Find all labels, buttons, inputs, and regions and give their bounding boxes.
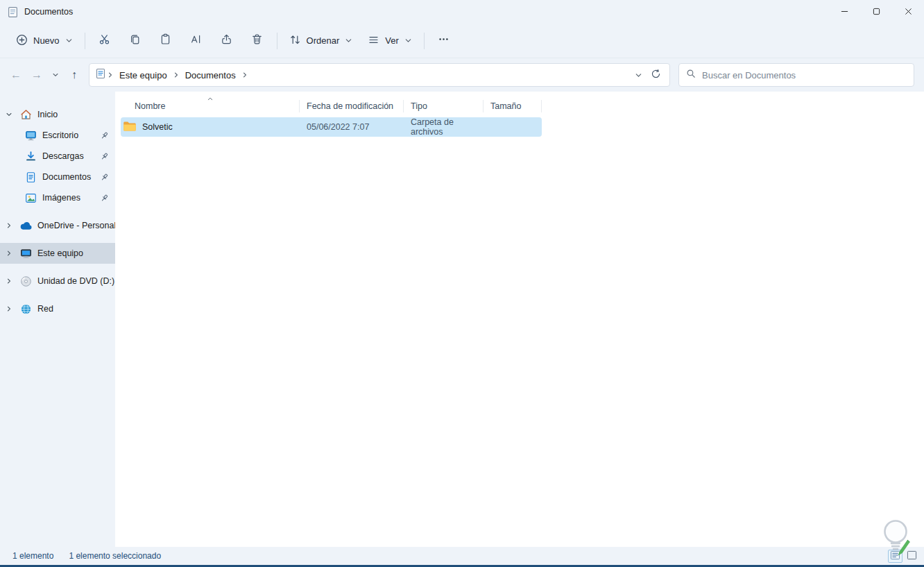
title-bar: Documentos [0, 0, 924, 24]
column-header-nombre[interactable]: Nombre [121, 96, 300, 117]
pin-icon [100, 131, 109, 140]
search-icon [686, 69, 696, 81]
close-icon [905, 6, 912, 18]
chevron-right-icon[interactable] [3, 222, 15, 229]
documents-icon [24, 171, 37, 183]
sidebar-item-onedrive[interactable]: OneDrive - Personal [0, 215, 115, 236]
details-view-icon [890, 550, 900, 562]
item-count: 1 elemento [12, 551, 53, 561]
rename-icon [190, 33, 202, 48]
column-headers: Nombre Fecha de modificación Tipo Tamaño [121, 96, 924, 117]
location-icon [95, 68, 106, 82]
file-list-area: Nombre Fecha de modificación Tipo Tamaño… [115, 92, 924, 547]
command-bar: Nuevo Ordenar Ver [0, 24, 924, 58]
rename-button[interactable] [181, 28, 212, 53]
chevron-right-icon[interactable] [3, 305, 15, 312]
large-icons-view-icon [907, 550, 917, 562]
details-view-button[interactable] [888, 550, 902, 563]
chevron-down-icon [52, 71, 59, 78]
column-header-tamano[interactable]: Tamaño [484, 96, 542, 117]
chevron-down-icon [404, 37, 412, 44]
column-header-label: Nombre [135, 101, 165, 111]
sort-button[interactable]: Ordenar [282, 28, 361, 53]
window-controls [828, 0, 924, 24]
cut-button[interactable] [89, 28, 120, 53]
large-icons-view-button[interactable] [905, 550, 919, 563]
new-button[interactable]: Nuevo [8, 28, 80, 53]
column-header-fecha[interactable]: Fecha de modificación [300, 96, 404, 117]
network-icon [19, 303, 33, 315]
sidebar-item-label: OneDrive - Personal [37, 221, 116, 230]
copy-icon [129, 33, 141, 48]
sidebar-item-inicio[interactable]: Inicio [0, 104, 115, 125]
toolbar-separator [424, 33, 425, 49]
pictures-icon [24, 192, 37, 204]
arrow-left-icon: ← [10, 69, 22, 81]
arrow-up-icon: ↑ [71, 69, 77, 81]
sidebar-item-label: Escritorio [42, 130, 78, 140]
paste-button[interactable] [151, 28, 181, 53]
sort-arrows-icon [289, 34, 301, 48]
column-header-label: Tamaño [490, 101, 521, 111]
refresh-button[interactable] [651, 69, 661, 82]
view-button[interactable]: Ver [360, 28, 420, 53]
plus-circle-icon [16, 34, 28, 48]
file-explorer-window: Documentos Nuevo [0, 0, 924, 567]
computer-icon [19, 248, 33, 260]
file-name: Solvetic [142, 122, 173, 132]
status-bar: 1 elemento 1 elemento seleccionado [0, 547, 924, 565]
folder-icon [123, 121, 137, 134]
sidebar-item-label: Documentos [42, 172, 91, 182]
recent-locations-button[interactable] [47, 65, 64, 85]
chevron-right-icon [106, 71, 114, 78]
new-button-label: Nuevo [33, 35, 60, 46]
sidebar-item-label: Unidad de DVD (D:) [37, 276, 114, 286]
chevron-right-icon [241, 71, 249, 78]
chevron-down-icon [345, 37, 352, 44]
address-bar[interactable]: Este equipo Documentos [89, 63, 670, 87]
chevron-down-icon[interactable] [3, 111, 15, 118]
share-icon [221, 33, 232, 48]
sidebar-item-label: Imágenes [42, 193, 80, 203]
breadcrumb-item-este-equipo[interactable]: Este equipo [114, 70, 172, 81]
copy-button[interactable] [120, 28, 151, 53]
toolbar-separator [85, 33, 85, 49]
document-icon [7, 6, 19, 18]
scissors-icon [99, 33, 110, 48]
file-row-solvetic[interactable]: Solvetic 05/06/2022 7:07 Carpeta de arch… [121, 117, 542, 137]
more-options-button[interactable] [429, 28, 459, 53]
column-header-tipo[interactable]: Tipo [404, 96, 484, 117]
maximize-button[interactable] [860, 0, 892, 24]
sidebar-item-escritorio[interactable]: Escritorio [0, 125, 115, 146]
chevron-right-icon[interactable] [3, 250, 15, 257]
sidebar-item-imagenes[interactable]: Imágenes [0, 187, 115, 208]
back-button[interactable]: ← [6, 65, 26, 85]
file-modified-cell: 05/06/2022 7:07 [300, 122, 404, 132]
chevron-right-icon[interactable] [3, 278, 15, 285]
view-toggle-buttons [888, 550, 919, 563]
share-button[interactable] [212, 28, 242, 53]
column-header-label: Fecha de modificación [307, 101, 393, 111]
breadcrumb-item-documentos[interactable]: Documentos [180, 70, 241, 81]
sidebar-item-label: Inicio [37, 110, 58, 119]
chevron-right-icon [172, 71, 180, 78]
sidebar-item-red[interactable]: Red [0, 298, 115, 319]
sidebar-item-este-equipo[interactable]: Este equipo [0, 243, 115, 264]
file-name-cell: Solvetic [121, 121, 300, 134]
search-box [678, 63, 914, 87]
minimize-button[interactable] [828, 0, 860, 24]
navigation-bar: ← → ↑ Este equipo Documentos [0, 58, 924, 92]
delete-button[interactable] [242, 28, 273, 53]
address-bar-controls [635, 69, 664, 82]
address-dropdown-button[interactable] [635, 71, 642, 79]
sidebar-item-dvd-drive[interactable]: Unidad de DVD (D:) [0, 271, 115, 291]
close-button[interactable] [892, 0, 924, 24]
sidebar-item-documentos[interactable]: Documentos [0, 167, 115, 187]
search-input[interactable] [702, 70, 907, 81]
up-button[interactable]: ↑ [64, 65, 85, 85]
forward-button[interactable]: → [26, 65, 47, 85]
desktop-icon [24, 130, 37, 142]
arrow-right-icon: → [31, 69, 42, 81]
pin-icon [100, 152, 109, 161]
sidebar-item-descargas[interactable]: Descargas [0, 146, 115, 167]
